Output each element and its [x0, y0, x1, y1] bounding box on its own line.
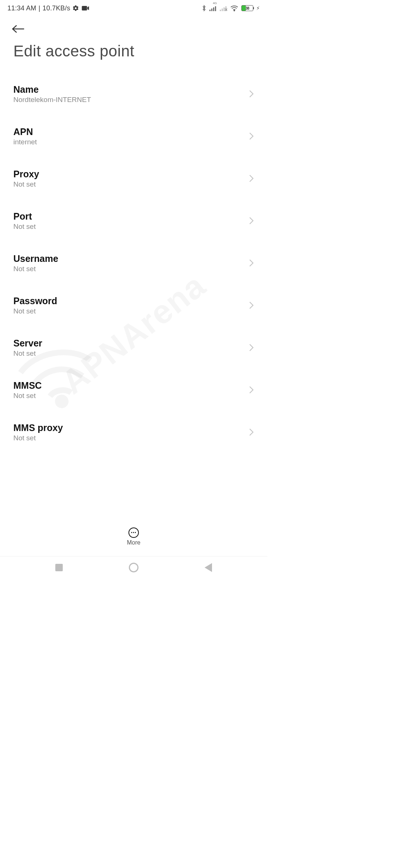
- row-mmsc[interactable]: MMSC Not set: [13, 369, 254, 411]
- chevron-right-icon: [249, 386, 254, 394]
- row-label: Name: [13, 84, 91, 95]
- chevron-right-icon: [249, 428, 254, 436]
- svg-rect-2: [211, 9, 212, 11]
- svg-rect-5: [220, 10, 221, 11]
- chevron-right-icon: [249, 132, 254, 140]
- status-right: 4G 38 ⚡︎: [202, 4, 260, 12]
- row-apn[interactable]: APN internet: [13, 115, 254, 157]
- more-icon: [128, 527, 139, 538]
- nav-home-button[interactable]: [129, 563, 138, 572]
- row-label: Server: [13, 338, 42, 349]
- chevron-right-icon: [249, 174, 254, 183]
- row-label: Port: [13, 211, 36, 222]
- row-label: Proxy: [13, 169, 39, 180]
- row-server[interactable]: Server Not set: [13, 326, 254, 369]
- status-time: 11:34 AM: [7, 4, 36, 12]
- camera-icon: [81, 6, 89, 11]
- signal-1-icon: 4G: [209, 5, 217, 11]
- row-value: Not set: [13, 392, 42, 400]
- chevron-right-icon: [249, 259, 254, 267]
- row-value: Not set: [13, 349, 42, 358]
- status-bar: 11:34 AM | 10.7KB/s 4G 38 ⚡︎: [0, 0, 267, 16]
- status-separator: |: [39, 4, 40, 12]
- svg-rect-6: [222, 9, 223, 11]
- row-port[interactable]: Port Not set: [13, 200, 254, 242]
- more-label: More: [127, 539, 140, 546]
- chevron-right-icon: [249, 90, 254, 98]
- status-left: 11:34 AM | 10.7KB/s: [7, 4, 89, 12]
- row-label: Username: [13, 253, 58, 264]
- bottom-action-bar: More: [0, 517, 267, 556]
- row-username[interactable]: Username Not set: [13, 242, 254, 284]
- chevron-right-icon: [249, 343, 254, 352]
- system-nav-bar: [0, 556, 267, 579]
- page-title: Edit access point: [0, 36, 267, 73]
- status-net-speed: 10.7KB/s: [43, 4, 71, 12]
- battery-percent: 38: [242, 6, 253, 11]
- nav-back-button[interactable]: [205, 563, 212, 572]
- svg-point-11: [234, 10, 235, 11]
- nav-bar: [0, 16, 267, 36]
- row-value: internet: [13, 138, 37, 146]
- row-value: Not set: [13, 307, 57, 315]
- nav-recents-button[interactable]: [55, 564, 63, 571]
- signal-type-label: 4G: [213, 1, 217, 5]
- more-button[interactable]: More: [127, 527, 140, 546]
- row-value: Not set: [13, 180, 39, 188]
- svg-rect-4: [215, 6, 216, 11]
- row-password[interactable]: Password Not set: [13, 284, 254, 326]
- chevron-right-icon: [249, 217, 254, 225]
- back-button[interactable]: [12, 24, 255, 33]
- chevron-right-icon: [249, 301, 254, 309]
- row-mms-proxy[interactable]: MMS proxy Not set: [13, 411, 254, 453]
- settings-list: APNArena Name Nordtelekom-INTERNET APN i…: [0, 73, 267, 454]
- svg-rect-0: [82, 6, 87, 10]
- row-value: Not set: [13, 434, 63, 442]
- svg-rect-7: [224, 7, 225, 11]
- row-name[interactable]: Name Nordtelekom-INTERNET: [13, 73, 254, 115]
- row-label: MMS proxy: [13, 423, 63, 433]
- row-proxy[interactable]: Proxy Not set: [13, 157, 254, 200]
- row-label: Password: [13, 296, 57, 306]
- row-value: Not set: [13, 223, 36, 231]
- row-label: APN: [13, 126, 37, 137]
- bluetooth-icon: [202, 4, 206, 12]
- row-value: Nordtelekom-INTERNET: [13, 96, 91, 104]
- charging-icon: ⚡︎: [256, 5, 260, 11]
- gear-icon: [72, 5, 79, 11]
- signal-2-icon: [220, 5, 227, 11]
- row-label: MMSC: [13, 380, 42, 391]
- svg-rect-1: [209, 10, 211, 11]
- wifi-icon: [230, 5, 238, 11]
- row-value: Not set: [13, 265, 58, 273]
- svg-rect-3: [213, 7, 214, 11]
- battery-icon: 38: [241, 5, 253, 11]
